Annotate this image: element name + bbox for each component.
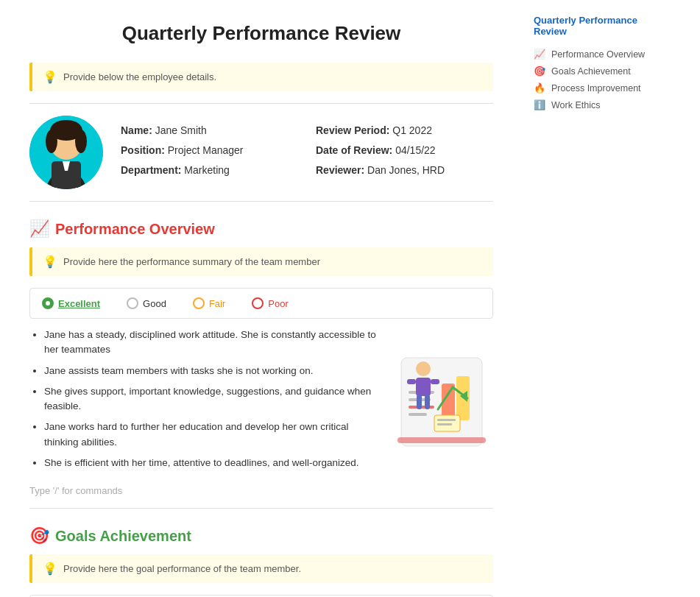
label-poor: Poor	[268, 298, 288, 309]
svg-rect-17	[416, 378, 431, 396]
performance-bullets: Jane has a steady, disciplined work atti…	[29, 328, 378, 476]
department-line: Department: Marketing	[121, 163, 298, 178]
employee-section: Name: Jane Smith Position: Project Manag…	[29, 116, 493, 189]
bullet-5: She is efficient with her time, attentiv…	[44, 456, 378, 470]
sidebar-performance-label: Performance Overview	[551, 49, 645, 60]
name-line: Name: Jane Smith	[121, 123, 298, 138]
label-excellent: Excellent	[58, 298, 100, 309]
hint-icon: 💡	[43, 70, 57, 84]
goals-hint-box: 💡 Provide here the goal performance of t…	[29, 554, 493, 583]
rating-excellent[interactable]: Excellent	[42, 297, 100, 309]
position-value: Project Manager	[168, 144, 244, 156]
svg-rect-19	[425, 395, 430, 409]
bullets-list: Jane has a steady, disciplined work atti…	[29, 328, 378, 470]
sidebar-item-performance[interactable]: 📈 Performance Overview	[534, 46, 659, 63]
radio-excellent[interactable]	[42, 297, 54, 309]
goals-section: 🎯 Goals Achievement 💡 Provide here the g…	[29, 526, 493, 583]
performance-hint-icon: 💡	[43, 255, 57, 269]
rating-row: Excellent Good Fair Poor	[29, 288, 493, 319]
goals-header: 🎯 Goals Achievement	[29, 526, 493, 545]
sidebar-item-goals[interactable]: 🎯 Goals Achievement	[534, 63, 659, 80]
svg-point-5	[75, 130, 87, 153]
sidebar-ethics-label: Work Ethics	[551, 100, 600, 110]
rating-good[interactable]: Good	[127, 297, 166, 309]
main-content: Quarterly Performance Review 💡 Provide b…	[0, 0, 523, 597]
department-label: Department:	[121, 164, 181, 176]
sidebar-goals-icon: 🎯	[534, 66, 545, 77]
name-label: Name:	[121, 124, 152, 136]
bullet-4: Jane works hard to further her education…	[44, 420, 378, 450]
review-period-value: Q1 2022	[392, 124, 432, 136]
rating-poor[interactable]: Poor	[252, 297, 288, 309]
label-fair: Fair	[209, 298, 225, 309]
sidebar-process-label: Process Improvement	[551, 83, 641, 93]
svg-rect-24	[437, 419, 456, 421]
bullet-2: Jane assists team members with tasks she…	[44, 364, 378, 378]
svg-rect-21	[431, 379, 439, 384]
sidebar-performance-icon: 📈	[534, 49, 545, 60]
performance-icon: 📈	[29, 219, 49, 239]
employee-info-right: Review Period: Q1 2022 Date of Review: 0…	[316, 123, 493, 183]
sidebar: Quarterly Performance Review 📈 Performan…	[523, 0, 670, 597]
illustration-svg	[394, 350, 489, 453]
svg-point-16	[416, 361, 431, 376]
divider-3	[29, 508, 493, 509]
radio-poor[interactable]	[252, 297, 264, 309]
date-line: Date of Review: 04/15/22	[316, 143, 493, 158]
sidebar-item-ethics[interactable]: ℹ️ Work Ethics	[534, 96, 659, 113]
radio-good[interactable]	[127, 297, 138, 309]
performance-header: 📈 Performance Overview	[29, 219, 493, 239]
divider-2	[29, 201, 493, 202]
review-period-label: Review Period:	[316, 124, 389, 136]
page-title: Quarterly Performance Review	[29, 22, 493, 45]
name-value: Jane Smith	[155, 124, 207, 136]
performance-hint-box: 💡 Provide here the performance summary o…	[29, 247, 493, 276]
svg-rect-20	[407, 379, 416, 384]
divider-1	[29, 103, 493, 104]
sidebar-process-icon: 🔥	[534, 82, 545, 93]
performance-illustration	[390, 328, 493, 476]
date-label: Date of Review:	[316, 144, 392, 156]
reviewer-label: Reviewer:	[316, 164, 364, 176]
performance-title: Performance Overview	[55, 221, 215, 238]
type-hint: Type '/' for commands	[29, 485, 493, 496]
avatar-illustration	[29, 116, 103, 189]
sidebar-title: Quarterly Performance Review	[534, 15, 659, 37]
radio-fair[interactable]	[193, 297, 205, 309]
employee-info-left: Name: Jane Smith Position: Project Manag…	[121, 123, 298, 183]
position-line: Position: Project Manager	[121, 143, 298, 158]
avatar	[29, 116, 103, 189]
position-label: Position:	[121, 144, 165, 156]
svg-rect-22	[397, 437, 486, 443]
rating-fair[interactable]: Fair	[193, 297, 225, 309]
reviewer-line: Reviewer: Dan Jones, HRD	[316, 163, 493, 178]
employee-hint-box: 💡 Provide below the employee details.	[29, 63, 493, 91]
goals-hint-text: Provide here the goal performance of the…	[63, 563, 301, 574]
bullet-3: She gives support, important knowledge, …	[44, 384, 378, 414]
reviewer-value: Dan Jones, HRD	[367, 164, 445, 176]
department-value: Marketing	[184, 164, 229, 176]
sidebar-ethics-icon: ℹ️	[534, 99, 545, 110]
svg-point-4	[46, 130, 57, 153]
performance-section: 📈 Performance Overview 💡 Provide here th…	[29, 219, 493, 496]
label-good: Good	[143, 298, 166, 309]
bullet-1: Jane has a steady, disciplined work atti…	[44, 328, 378, 358]
sidebar-item-process[interactable]: 🔥 Process Improvement	[534, 80, 659, 96]
svg-rect-18	[417, 395, 422, 409]
goals-title: Goals Achievement	[55, 528, 191, 545]
date-value: 04/15/22	[395, 144, 436, 156]
performance-content: Jane has a steady, disciplined work atti…	[29, 328, 493, 476]
goals-hint-icon: 💡	[43, 562, 57, 576]
svg-rect-15	[409, 413, 427, 416]
sidebar-goals-label: Goals Achievement	[551, 66, 631, 77]
review-period-line: Review Period: Q1 2022	[316, 123, 493, 138]
goals-icon: 🎯	[29, 526, 49, 545]
svg-rect-25	[437, 423, 452, 425]
performance-hint-text: Provide here the performance summary of …	[63, 256, 320, 267]
employee-hint-text: Provide below the employee details.	[63, 71, 216, 82]
